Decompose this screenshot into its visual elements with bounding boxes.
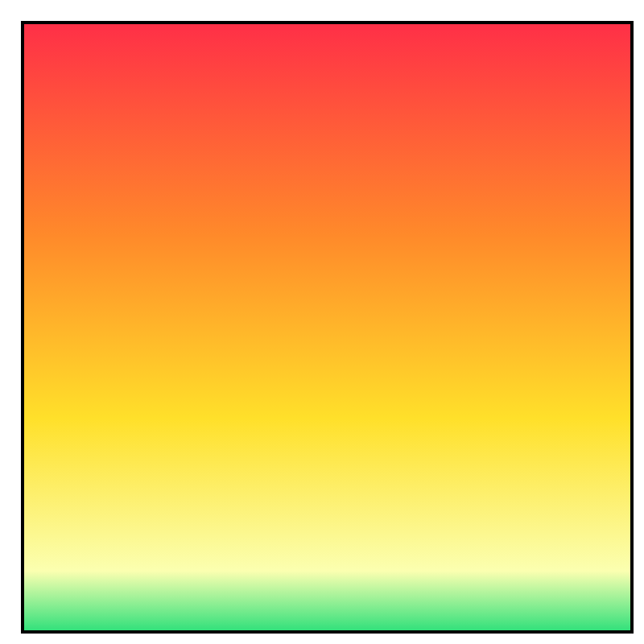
chart-container [0,0,644,644]
bottleneck-chart [0,0,644,644]
gradient-background [23,23,632,632]
